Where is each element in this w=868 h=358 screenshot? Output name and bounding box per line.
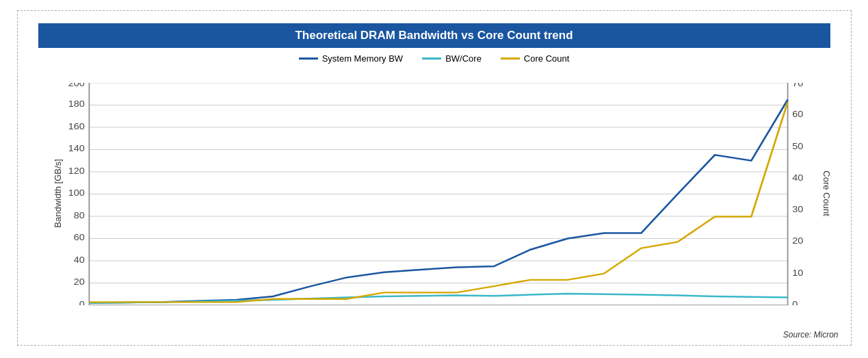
svg-text:180: 180 — [68, 99, 84, 109]
legend-core-count: Core Count — [501, 53, 569, 64]
svg-text:40: 40 — [73, 255, 84, 265]
chart-legend: System Memory BW BW/Core Core Count — [18, 53, 851, 64]
legend-label-core-count: Core Count — [524, 53, 569, 64]
svg-text:30: 30 — [792, 205, 803, 214]
svg-text:140: 140 — [68, 144, 84, 153]
svg-text:100: 100 — [68, 188, 84, 198]
svg-text:60: 60 — [792, 110, 803, 119]
chart-title: Theoretical DRAM Bandwidth vs Core Count… — [38, 23, 830, 48]
core-count-line — [89, 102, 787, 302]
svg-text:10: 10 — [792, 268, 803, 277]
svg-text:20: 20 — [792, 236, 803, 246]
svg-text:50: 50 — [792, 141, 803, 151]
legend-line-system-bw — [299, 57, 318, 60]
legend-line-bw-core — [422, 57, 441, 60]
svg-text:20: 20 — [73, 277, 84, 287]
svg-text:0: 0 — [792, 300, 798, 305]
legend-system-bw: System Memory BW — [299, 53, 403, 64]
legend-line-core-count — [501, 57, 520, 60]
chart-svg: 0 20 40 60 80 100 120 140 160 180 200 0 … — [59, 83, 818, 305]
svg-text:60: 60 — [73, 233, 84, 242]
svg-text:0: 0 — [79, 300, 84, 305]
svg-text:70: 70 — [792, 83, 803, 88]
source-label: Source: Micron — [783, 330, 839, 340]
legend-label-system-bw: System Memory BW — [322, 53, 403, 64]
svg-text:120: 120 — [68, 166, 84, 176]
y-right-label-text: Core Count — [821, 170, 832, 216]
svg-text:160: 160 — [68, 122, 84, 131]
svg-text:80: 80 — [73, 211, 84, 220]
legend-bw-core: BW/Core — [422, 53, 482, 64]
system-bw-line — [89, 100, 787, 303]
svg-text:40: 40 — [792, 173, 803, 183]
legend-label-bw-core: BW/Core — [445, 53, 482, 64]
svg-text:200: 200 — [68, 83, 84, 88]
chart-container: Theoretical DRAM Bandwidth vs Core Count… — [17, 10, 852, 346]
